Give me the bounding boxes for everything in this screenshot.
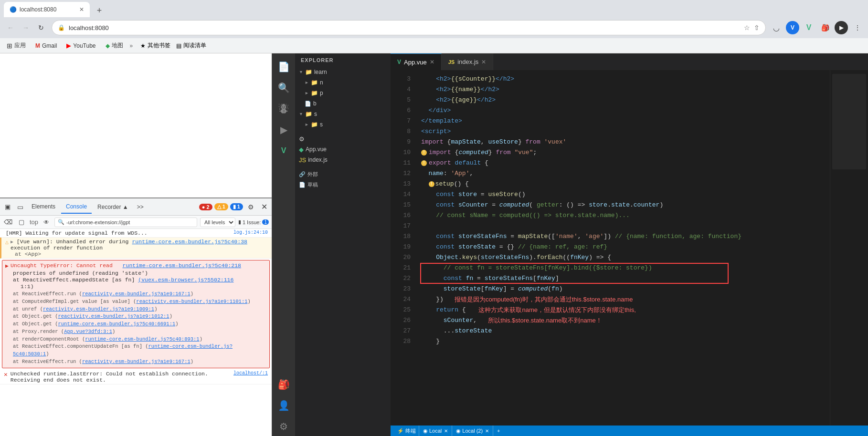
media-icon[interactable]: ▶ — [835, 21, 848, 34]
ln-24: 24 — [394, 294, 411, 305]
bookmark-youtube[interactable]: ▶ YouTube — [64, 41, 98, 50]
devtools-right-icons: ● 2 △ 1 ▮ 1 ⚙ ✕ — [199, 201, 270, 213]
stack-link-4[interactable]: reactivity.esm-bundler.js?a1e9:1012:1 — [58, 313, 169, 319]
editor-tab-appvue[interactable]: V App.vue ✕ — [391, 53, 442, 70]
bookmark-apps[interactable]: ⊞ 应用 — [4, 41, 29, 51]
file-item-draft[interactable]: 📄 草稿 — [295, 179, 391, 190]
warn-link-1[interactable]: runtime-core.esm-bundler.js?5c40:38 — [132, 239, 247, 245]
sidebar-icon-debug[interactable]: ▶ — [274, 120, 293, 139]
file-item-indexjs[interactable]: JS index.js — [295, 155, 391, 165]
other-bookmarks[interactable]: ★ 其他书签 — [140, 42, 170, 50]
reload-button[interactable]: ↻ — [34, 21, 48, 34]
status-terminal[interactable]: ⚡ 终端 — [394, 426, 419, 436]
new-tab-button[interactable]: + — [93, 4, 106, 17]
log-level-select[interactable]: All levels — [200, 218, 235, 227]
file-item-s[interactable]: ▼ 📁 s — [295, 109, 391, 119]
star-icon: ★ — [140, 42, 146, 49]
status-close-local2[interactable]: ✕ — [485, 428, 489, 434]
forward-button[interactable]: → — [19, 21, 32, 34]
menu-button[interactable]: ⋮ — [851, 21, 864, 34]
stack-link-9[interactable]: reactivity.esm-bundler.js?a1e9:167:1 — [82, 359, 191, 364]
bookmark-gmail[interactable]: M Gmail — [32, 42, 60, 50]
stack-link-1[interactable]: reactivity.esm-bundler.js?a1e9:167:1 — [82, 291, 191, 297]
devtools-tab-more[interactable]: >> — [134, 201, 147, 213]
devtools-responsive-button[interactable]: ▭ — [14, 201, 26, 213]
status-close-local[interactable]: ✕ — [444, 428, 448, 434]
file-item-n[interactable]: ► 📁 n — [295, 77, 391, 88]
tab-close-button[interactable]: ✕ — [79, 6, 84, 13]
vue-extension-icon[interactable]: V — [802, 21, 815, 34]
file-item-external[interactable]: 🔗 外部 — [295, 169, 391, 179]
file-item-appvue[interactable]: ◆ App.vue — [295, 144, 391, 155]
file-label-external: 外部 — [307, 171, 318, 178]
left-panel: ▣ ▭ Elements Console Recorder ▲ >> ● 2 △… — [0, 53, 272, 436]
error-link-2[interactable]: (vuex.esm-browser.js?5502:116 — [138, 277, 233, 283]
expand-arrow-warn[interactable]: ▶ — [11, 239, 13, 245]
error-box-main: ▶ Uncaught TypeError: Cannot read runtim… — [2, 260, 270, 368]
clear-console-button[interactable]: ⌫ — [3, 217, 13, 228]
devtools-settings-button[interactable]: ⚙ — [245, 201, 256, 213]
reading-list[interactable]: ▤ 阅读清单 — [176, 42, 206, 50]
file-item-gear[interactable]: ⚙ — [295, 134, 391, 144]
editor-tab-close-indexjs[interactable]: ✕ — [481, 59, 486, 65]
stack-link-5[interactable]: runtime-core.esm-bundler.js?5c40:6691:1 — [58, 321, 176, 327]
stack-link-2[interactable]: reactivity.esm-bundler.js?a1e9:1101:1 — [136, 299, 247, 304]
sidebar-icon-search[interactable]: 🔍 — [274, 78, 293, 97]
puzzle-icon[interactable]: 🎒 — [818, 21, 832, 34]
editor-tab-indexjs[interactable]: JS index.js ✕ — [442, 53, 494, 70]
code-content[interactable]: <h2>{{sCounter}}</h2> <h2>{{name}}</h2> … — [415, 70, 830, 426]
filter-input-container[interactable]: 🔍 -url:chrome-extension://jgpt — [54, 218, 197, 227]
status-local2[interactable]: ◉ Local (2) ✕ — [452, 426, 493, 436]
file-item-sub1[interactable]: ► 📁 s — [295, 119, 391, 130]
extensions-button[interactable]: ◡ — [770, 21, 783, 34]
devtools-tab-elements[interactable]: Elements — [27, 200, 60, 214]
warning-dot-line10: ! — [421, 150, 427, 156]
share-icon[interactable]: ⇧ — [754, 24, 760, 31]
devtools-tab-console[interactable]: Console — [61, 200, 92, 214]
code-line-13: ! setup() { — [421, 179, 824, 189]
stack-link-8[interactable]: runtime-core.esm-bundler.js?5c40:5030:1 — [13, 343, 233, 357]
stack-link-3[interactable]: reactivity.esm-bundler.js?a1e9:1009:1 — [43, 306, 154, 312]
file-explorer: EXPLORER ▼ 📁 learn ► 📁 n ► 📁 p — [295, 53, 391, 436]
file-item-learn[interactable]: ▼ 📁 learn — [295, 67, 391, 77]
devtools-close-button[interactable]: ✕ — [258, 201, 270, 213]
folder-arrow-n: ► — [305, 80, 309, 85]
stack-link-7[interactable]: runtime-core.esm-bundler.js?5c40:893:1 — [85, 336, 199, 342]
status-add-button[interactable]: + — [493, 426, 504, 436]
msg-source-hmr[interactable]: log.js:24:10 — [233, 230, 268, 235]
error-link-main[interactable]: runtime-core.esm-bundler.js?5c40:218 — [123, 262, 241, 269]
devtools-inspect-button[interactable]: ▣ — [2, 201, 13, 213]
ln-28: 28 — [394, 336, 411, 347]
bookmark-maps[interactable]: ◆ 地图 — [103, 41, 126, 51]
explorer-header: EXPLORER — [295, 53, 391, 67]
devtools-tab-recorder[interactable]: Recorder ▲ — [93, 201, 133, 213]
folder-icon-p: 📁 — [311, 90, 318, 96]
sidebar-icon-accounts[interactable]: 👤 — [274, 396, 293, 415]
status-local[interactable]: ◉ Local ✕ — [419, 426, 452, 436]
ln-17: 17 — [394, 221, 411, 231]
status-terminal-label: 终端 — [405, 427, 416, 435]
sidebar-icon-vue[interactable]: V — [274, 141, 293, 160]
browser-tab-active[interactable]: 🔵 localhost:8080 ✕ — [4, 2, 90, 17]
editor-tab-close-appvue[interactable]: ✕ — [430, 59, 434, 65]
more-bookmarks[interactable]: » — [130, 42, 133, 49]
stack-link-6[interactable]: App.vue?3dfd:3:1 — [64, 329, 112, 334]
sidebar-icon-explorer[interactable]: 📄 — [274, 57, 293, 76]
bookmark-gmail-label: Gmail — [42, 42, 57, 49]
code-line-15: const sCounter = computed( getter: () =>… — [421, 200, 824, 210]
sidebar-icon-git[interactable]: ⛇ — [274, 99, 293, 118]
show-timestamps-button[interactable]: ▢ — [16, 217, 27, 228]
eye-button[interactable]: 👁 — [41, 217, 52, 228]
sidebar-icon-settings[interactable]: ⚙ — [274, 417, 293, 436]
filter-icon: 🔍 — [58, 219, 64, 225]
profile-button[interactable]: V — [786, 21, 799, 34]
file-item-p[interactable]: ► 📁 p — [295, 88, 391, 98]
tab-title: localhost:8080 — [20, 6, 76, 13]
activity-bar: 📄 🔍 ⛇ ▶ V 🎒 👤 ⚙ — [272, 53, 295, 436]
sidebar-icon-extensions[interactable]: 🎒 — [274, 375, 293, 394]
address-bar[interactable]: 🔒 localhost:8080 ☆ ⇧ — [52, 20, 766, 35]
file-item-b[interactable]: 📄 b — [295, 98, 391, 109]
unchecked-source[interactable]: localhost/:1 — [233, 371, 268, 376]
bookmark-star-icon[interactable]: ☆ — [744, 24, 750, 31]
back-button[interactable]: ← — [4, 21, 17, 34]
